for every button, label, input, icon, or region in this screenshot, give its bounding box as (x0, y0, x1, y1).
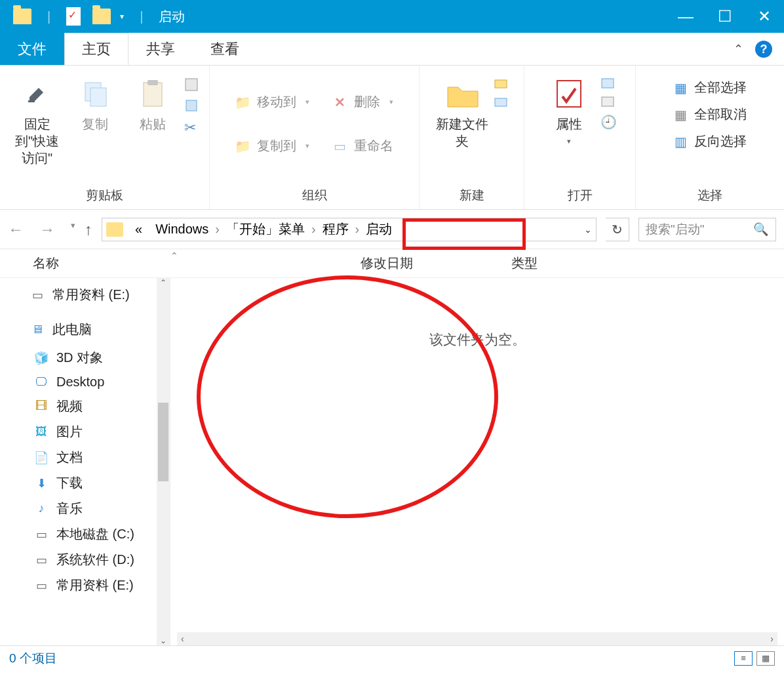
tab-file[interactable]: 文件 (0, 33, 64, 65)
scroll-left-icon[interactable]: ‹ (177, 634, 188, 644)
breadcrumb-windows[interactable]: Windows (149, 222, 215, 237)
delete-button[interactable]: ✕删除▾ (328, 91, 399, 113)
pc-icon: 🖥 (29, 323, 46, 337)
column-date[interactable]: 修改日期 (361, 254, 511, 272)
copy-path-icon[interactable] (184, 98, 199, 113)
select-all-button[interactable]: ▦全部选择 (668, 76, 752, 99)
invert-icon: ▥ (673, 134, 688, 149)
open-with-icon[interactable] (600, 77, 617, 89)
breadcrumb-programs[interactable]: 程序 (316, 220, 355, 238)
sidebar-item[interactable]: 🖼图片 (0, 419, 170, 445)
pin-quick-access-button[interactable]: 固定到"快速访问" (11, 71, 64, 167)
down-icon: ⬇ (33, 476, 50, 491)
new-folder-icon[interactable] (92, 9, 111, 24)
sidebar-item-label: 视频 (56, 397, 83, 415)
help-icon[interactable]: ? (755, 41, 772, 58)
file-list[interactable]: 该文件夹为空。 ‹ › (170, 278, 784, 645)
icons-view-icon[interactable]: ▦ (756, 651, 775, 666)
tab-home[interactable]: 主页 (64, 33, 128, 65)
edit-icon[interactable] (600, 96, 617, 108)
breadcrumb-overflow[interactable]: « (128, 222, 149, 237)
organize-group-label: 组织 (302, 184, 327, 207)
forward-button[interactable]: → (39, 220, 55, 239)
sidebar-item[interactable]: ▭常用资料 (E:) (0, 282, 170, 308)
qat-customize-icon[interactable]: ▾ (120, 12, 124, 21)
sidebar-item-label: 下载 (56, 474, 83, 492)
paste-shortcut-icon[interactable] (184, 77, 199, 92)
details-view-icon[interactable]: ≡ (734, 651, 753, 666)
svg-rect-4 (147, 80, 158, 85)
address-dropdown-icon[interactable]: ⌄ (584, 224, 592, 235)
empty-folder-message: 该文件夹为空。 (429, 331, 526, 349)
svg-rect-11 (602, 97, 614, 106)
sidebar-item[interactable]: 🎞视频 (0, 393, 170, 419)
search-box[interactable]: 搜索"启动" 🔍 (638, 218, 776, 241)
minimize-button[interactable]: — (666, 0, 705, 33)
breadcrumb-startup[interactable]: 启动 (359, 220, 399, 238)
drive-icon: ▭ (33, 578, 50, 593)
sidebar-item-label: 图片 (56, 423, 83, 441)
sort-asc-icon: ⌃ (170, 251, 178, 261)
properties-icon (551, 76, 587, 111)
sidebar-item[interactable]: 🖥此电脑 (0, 317, 170, 342)
svg-rect-9 (557, 81, 581, 107)
sidebar-scrollbar[interactable]: ⌃ ⌄ (157, 278, 170, 645)
properties-button[interactable]: 属性 ▾ (543, 71, 595, 146)
move-to-icon: 📁 (236, 95, 250, 110)
maximize-button[interactable]: ☐ (705, 0, 745, 33)
horizontal-scrollbar[interactable]: ‹ › (177, 632, 777, 645)
invert-selection-button[interactable]: ▥反向选择 (668, 130, 752, 153)
recent-locations-icon[interactable]: ▾ (71, 220, 75, 239)
svg-rect-7 (495, 80, 507, 88)
sidebar-item[interactable]: 🧊3D 对象 (0, 345, 170, 371)
cut-icon[interactable]: ✂ (184, 119, 199, 136)
scroll-down-icon[interactable]: ⌄ (157, 636, 170, 645)
tab-share[interactable]: 共享 (128, 33, 193, 65)
copy-button[interactable]: 复制 (69, 71, 121, 132)
scroll-up-icon[interactable]: ⌃ (157, 278, 170, 287)
3d-icon: 🧊 (33, 351, 50, 365)
column-name[interactable]: 名称 ⌃ (33, 254, 361, 272)
select-group-label: 选择 (697, 184, 722, 207)
drive-icon: ▭ (29, 288, 46, 302)
back-button[interactable]: ← (8, 220, 24, 239)
new-item-icon[interactable] (494, 77, 508, 89)
move-to-button[interactable]: 📁移动到▾ (231, 91, 315, 113)
folder-icon[interactable] (13, 9, 31, 24)
copy-icon (77, 76, 113, 111)
copy-to-button[interactable]: 📁复制到▾ (231, 134, 315, 157)
history-icon[interactable]: 🕘 (600, 114, 617, 130)
refresh-button[interactable]: ↻ (606, 218, 629, 241)
select-none-icon: ▦ (673, 108, 688, 122)
breadcrumb-start-menu[interactable]: 「开始」菜单 (220, 220, 311, 238)
sidebar-item-label: 本地磁盘 (C:) (56, 525, 134, 543)
paste-button[interactable]: 粘贴 (127, 71, 179, 132)
scroll-right-icon[interactable]: › (766, 634, 777, 644)
sidebar-item[interactable]: ♪音乐 (0, 496, 170, 521)
sidebar-item[interactable]: ▭常用资料 (E:) (0, 573, 170, 598)
select-none-button[interactable]: ▦全部取消 (668, 103, 752, 126)
new-folder-icon (444, 76, 480, 111)
properties-icon[interactable] (66, 7, 81, 26)
column-type[interactable]: 类型 (511, 254, 590, 272)
easy-access-icon[interactable] (494, 96, 508, 108)
sidebar-item[interactable]: 📄文档 (0, 445, 170, 470)
sidebar-item[interactable]: ⬇下载 (0, 470, 170, 496)
sidebar-item[interactable]: 🖵Desktop (0, 371, 170, 393)
item-count: 0 个项目 (9, 650, 57, 667)
scrollbar-thumb[interactable] (158, 403, 168, 481)
rename-button[interactable]: ▭重命名 (328, 134, 399, 157)
collapse-ribbon-icon[interactable]: ⌃ (734, 42, 743, 56)
address-bar[interactable]: « Windows› 「开始」菜单› 程序› 启动 ⌄ (102, 218, 597, 241)
close-button[interactable]: ✕ (745, 0, 784, 33)
sidebar-item[interactable]: ▭系统软件 (D:) (0, 547, 170, 573)
up-button[interactable]: ↑ (85, 220, 92, 239)
tab-view[interactable]: 查看 (193, 33, 257, 65)
clipboard-group-label: 剪贴板 (86, 184, 123, 207)
ribbon: 固定到"快速访问" 复制 粘贴 ✂ 剪贴板 (0, 66, 784, 210)
desktop-icon: 🖵 (33, 375, 50, 390)
sidebar-item-label: 此电脑 (52, 321, 92, 338)
svg-rect-6 (186, 100, 197, 111)
new-folder-button[interactable]: 新建文件夹 (436, 71, 488, 150)
sidebar-item[interactable]: ▭本地磁盘 (C:) (0, 521, 170, 547)
